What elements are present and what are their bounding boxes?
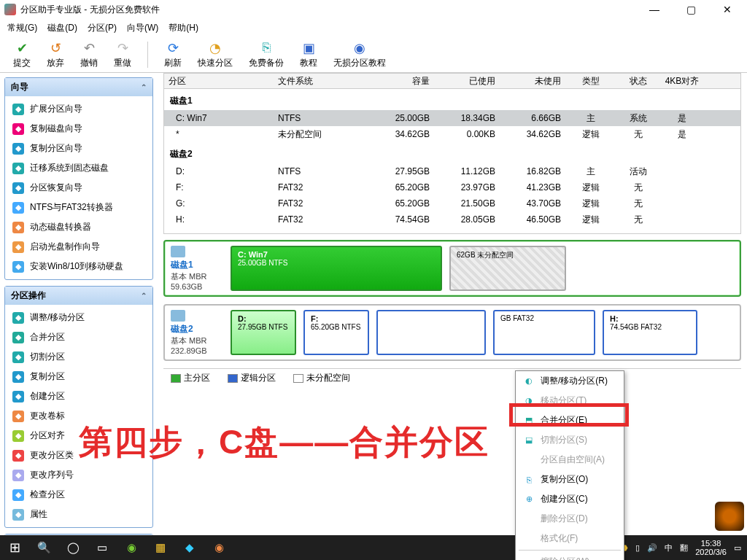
partition-block[interactable]: GB FAT32 [493, 310, 595, 355]
toolbar-免费备份[interactable]: ⎘免费备份 [249, 40, 284, 69]
toolbar-重做[interactable]: ↷重做 [114, 40, 131, 69]
tray-notifications-icon[interactable]: ▭ [734, 543, 741, 553]
nav-item[interactable]: ◆切割分区 [5, 347, 152, 367]
menu-item[interactable]: 帮助(H) [169, 22, 198, 34]
collapse-icon[interactable]: ⌃ [141, 292, 147, 300]
disk-icon [171, 246, 185, 257]
toolbar: ✔提交↺放弃↶撤销↷重做⟳刷新◔快速分区⎘免费备份▣教程◉无损分区教程 [0, 36, 747, 73]
menu-item: 格式化(F) [516, 529, 624, 548]
app-icon [4, 4, 16, 15]
nav-item[interactable]: ◆分区恢复向导 [5, 178, 152, 198]
toolbar-放弃[interactable]: ↺放弃 [47, 40, 64, 69]
tray-ime2[interactable]: 翻 [680, 542, 688, 553]
col-type[interactable]: 类型 [565, 75, 616, 88]
table-row[interactable]: *未分配空间34.62GB0.00KB34.62GB逻辑无是 [164, 126, 740, 142]
menubar: 常规(G)磁盘(D)分区(P)向导(W)帮助(H) [0, 19, 747, 36]
legend: 主分区 逻辑分区 未分配空间 [163, 368, 741, 384]
table-row[interactable]: H:FAT3274.54GB28.05GB46.50GB逻辑无 [164, 211, 740, 228]
legend-primary: 主分区 [184, 373, 210, 383]
nav-item[interactable]: ◆迁移系统到固态磁盘 [5, 158, 152, 178]
cortana-button[interactable]: ◯ [58, 535, 88, 560]
minimize-button[interactable]: — [643, 4, 665, 15]
legend-logical: 逻辑分区 [241, 373, 276, 383]
annotation-text: 第四步，C盘——合并分区 [79, 420, 489, 465]
ops-panel: 分区操作⌃ ◆调整/移动分区◆合并分区◆切割分区◆复制分区◆创建分区◆更改卷标◆… [4, 286, 153, 528]
menu-item: ⬓切割分区(S) [516, 430, 624, 450]
col-size[interactable]: 容量 [368, 75, 434, 88]
disk-title: 磁盘2 [164, 142, 740, 163]
nav-item[interactable]: ◆检查分区 [5, 485, 152, 505]
taskbar: ⊞ 🔍 ◯ ▭ ◉ ▦ ◆ ◉ ˄ ⬣ ▯ 🔊 中 翻 15:38 2020/3… [0, 535, 747, 560]
taskbar-app[interactable]: ▦ [146, 535, 175, 560]
tray-volume-icon[interactable]: 🔊 [647, 543, 657, 553]
menu-item[interactable]: ◐调整/移动分区(R) [516, 371, 624, 391]
menu-item[interactable]: ⎘复制分区(O) [516, 470, 624, 489]
toolbar-提交[interactable]: ✔提交 [13, 40, 31, 69]
nav-item[interactable]: ◆安装Win8/10到移动硬盘 [5, 257, 152, 276]
annotation-highlight [509, 403, 629, 427]
partition-block[interactable]: F:65.20GB NTFS [303, 310, 369, 355]
partition-block[interactable] [376, 310, 486, 355]
table-row[interactable]: D:NTFS27.95GB11.12GB16.82GB主活动 [164, 163, 740, 179]
menu-item[interactable]: 常规(G) [7, 22, 37, 34]
ops-title: 分区操作 [11, 289, 46, 302]
taskview-button[interactable]: ▭ [88, 535, 117, 560]
nav-item[interactable]: ◆动态磁盘转换器 [5, 217, 152, 237]
table-row[interactable]: C: Win7NTFS25.00GB18.34GB6.66GB主系统是 [164, 110, 740, 126]
toolbar-刷新[interactable]: ⟳刷新 [164, 40, 182, 69]
toolbar-快速分区[interactable]: ◔快速分区 [198, 40, 233, 69]
context-menu: ◐调整/移动分区(R)◑移动分区(T)⬒合并分区(E)⬓切割分区(S)分区自由空… [515, 370, 624, 560]
media-player-icon[interactable] [715, 502, 744, 531]
disk-card[interactable]: 磁盘1基本 MBR59.63GBC: Win725.00GB NTFS62GB … [163, 240, 741, 297]
partition-block[interactable]: H:74.54GB FAT32 [603, 310, 697, 355]
col-align[interactable]: 4KB对齐 [660, 75, 704, 88]
col-used[interactable]: 已使用 [434, 75, 500, 88]
menu-item: 分区自由空间(A) [516, 450, 624, 470]
tray-ime[interactable]: 中 [665, 542, 673, 553]
taskbar-app[interactable]: ◉ [117, 535, 146, 560]
window-title: 分区助手专业版 - 无损分区免费软件 [20, 4, 643, 16]
table-row[interactable]: G:FAT3265.20GB21.50GB43.70GB逻辑无 [164, 195, 740, 211]
maximize-button[interactable]: ▢ [680, 4, 702, 15]
menu-item[interactable]: 分区(P) [88, 22, 117, 34]
close-button[interactable]: ✕ [716, 4, 738, 15]
nav-item[interactable]: ◆扩展分区向导 [5, 99, 152, 119]
nav-item[interactable]: ◆创建分区 [5, 386, 152, 406]
col-free[interactable]: 未使用 [500, 75, 565, 88]
disk-icon [171, 310, 185, 322]
col-partition[interactable]: 分区 [164, 75, 274, 88]
start-button[interactable]: ⊞ [0, 535, 29, 560]
nav-item[interactable]: ◆属性 [5, 505, 152, 524]
tray-network-icon[interactable]: ▯ [635, 543, 640, 553]
menu-item[interactable]: ⊕创建分区(C) [516, 489, 624, 509]
wizard-panel: 向导⌃ ◆扩展分区向导◆复制磁盘向导◆复制分区向导◆迁移系统到固态磁盘◆分区恢复… [4, 77, 153, 280]
partition-block[interactable]: C: Win725.00GB NTFS [231, 246, 442, 291]
col-state[interactable]: 状态 [616, 75, 660, 88]
disk-card[interactable]: 磁盘2基本 MBR232.89GBD:27.95GB NTFSF:65.20GB… [163, 304, 741, 361]
collapse-icon[interactable]: ⌃ [141, 83, 147, 91]
nav-item[interactable]: ◆NTFS与FAT32转换器 [5, 198, 152, 217]
partition-block[interactable]: D:27.95GB NTFS [231, 310, 296, 355]
taskbar-app[interactable]: ◆ [175, 535, 204, 560]
tray-clock[interactable]: 15:38 2020/3/6 [695, 539, 727, 556]
nav-item[interactable]: ◆复制磁盘向导 [5, 119, 152, 139]
disk-title: 磁盘1 [164, 89, 740, 110]
nav-item[interactable]: ◆复制分区 [5, 367, 152, 386]
table-row[interactable]: F:FAT3265.20GB23.97GB41.23GB逻辑无 [164, 179, 740, 195]
col-filesystem[interactable]: 文件系统 [274, 75, 368, 88]
nav-item[interactable]: ◆调整/移动分区 [5, 308, 152, 327]
taskbar-app[interactable]: ◉ [204, 535, 233, 560]
titlebar: 分区助手专业版 - 无损分区免费软件 — ▢ ✕ [0, 0, 747, 19]
nav-item[interactable]: ◆启动光盘制作向导 [5, 237, 152, 257]
menu-item[interactable]: 向导(W) [127, 22, 158, 34]
nav-item[interactable]: ◆复制分区向导 [5, 139, 152, 158]
nav-item[interactable]: ◆更改序列号 [5, 465, 152, 485]
search-button[interactable]: 🔍 [29, 535, 58, 560]
toolbar-教程[interactable]: ▣教程 [300, 40, 317, 69]
toolbar-撤销[interactable]: ↶撤销 [80, 40, 98, 69]
menu-item[interactable]: 磁盘(D) [47, 22, 77, 34]
nav-item[interactable]: ◆合并分区 [5, 327, 152, 347]
partition-block[interactable]: 62GB 未分配空间 [449, 246, 566, 291]
toolbar-无损分区教程[interactable]: ◉无损分区教程 [333, 40, 386, 69]
menu-item: 擦除分区(W) [516, 552, 624, 560]
